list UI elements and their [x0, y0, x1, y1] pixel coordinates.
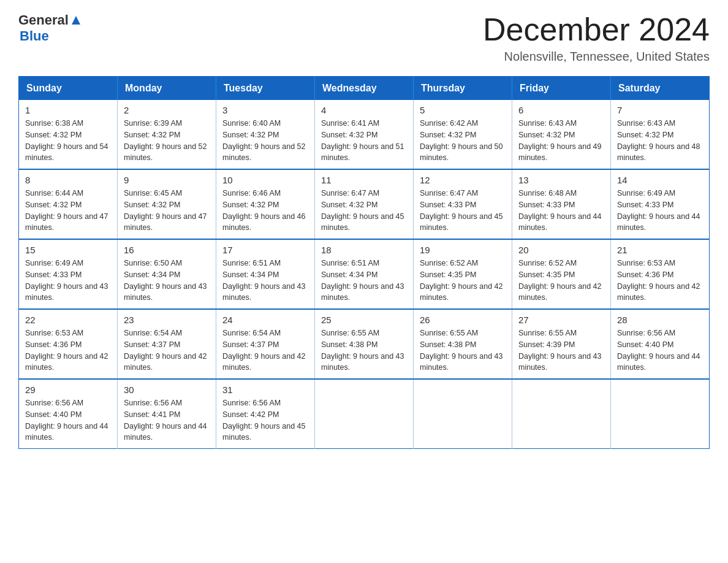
day-number: 2: [124, 105, 210, 115]
day-number: 9: [124, 175, 210, 185]
day-number: 14: [617, 175, 703, 185]
day-sun-info: Sunrise: 6:53 AMSunset: 4:36 PMDaylight:…: [617, 258, 703, 304]
day-number: 5: [420, 105, 506, 115]
day-sun-info: Sunrise: 6:54 AMSunset: 4:37 PMDaylight:…: [222, 327, 308, 373]
day-number: 29: [25, 385, 111, 395]
calendar-week-row: 1Sunrise: 6:38 AMSunset: 4:32 PMDaylight…: [19, 100, 710, 169]
day-number: 19: [420, 245, 506, 255]
day-number: 6: [518, 105, 604, 115]
calendar-cell: [414, 379, 512, 449]
logo-arrow-icon: [70, 15, 82, 26]
day-sun-info: Sunrise: 6:52 AMSunset: 4:35 PMDaylight:…: [420, 258, 506, 304]
day-number: 7: [617, 105, 703, 115]
calendar-cell: 31Sunrise: 6:56 AMSunset: 4:42 PMDayligh…: [216, 379, 315, 449]
calendar-day-header: Thursday: [414, 77, 512, 101]
calendar-cell: 7Sunrise: 6:43 AMSunset: 4:32 PMDaylight…: [611, 100, 710, 169]
calendar-cell: 2Sunrise: 6:39 AMSunset: 4:32 PMDaylight…: [118, 100, 216, 169]
day-sun-info: Sunrise: 6:55 AMSunset: 4:38 PMDaylight:…: [420, 327, 506, 373]
calendar-cell: 6Sunrise: 6:43 AMSunset: 4:32 PMDaylight…: [512, 100, 611, 169]
calendar-day-header: Saturday: [611, 77, 710, 101]
day-number: 15: [25, 245, 111, 255]
day-sun-info: Sunrise: 6:44 AMSunset: 4:32 PMDaylight:…: [25, 188, 111, 234]
calendar-week-row: 29Sunrise: 6:56 AMSunset: 4:40 PMDayligh…: [19, 379, 710, 449]
calendar-cell: 14Sunrise: 6:49 AMSunset: 4:33 PMDayligh…: [611, 169, 710, 239]
page-header: General Blue December 2024 Nolensville, …: [18, 12, 710, 64]
day-sun-info: Sunrise: 6:41 AMSunset: 4:32 PMDaylight:…: [321, 118, 407, 164]
calendar-day-header: Tuesday: [216, 77, 315, 101]
day-sun-info: Sunrise: 6:46 AMSunset: 4:32 PMDaylight:…: [222, 188, 308, 234]
day-sun-info: Sunrise: 6:43 AMSunset: 4:32 PMDaylight:…: [617, 118, 703, 164]
calendar-cell: 15Sunrise: 6:49 AMSunset: 4:33 PMDayligh…: [19, 239, 118, 309]
calendar-cell: 4Sunrise: 6:41 AMSunset: 4:32 PMDaylight…: [315, 100, 414, 169]
calendar-cell: 17Sunrise: 6:51 AMSunset: 4:34 PMDayligh…: [216, 239, 315, 309]
day-number: 13: [518, 175, 604, 185]
day-number: 4: [321, 105, 407, 115]
day-sun-info: Sunrise: 6:45 AMSunset: 4:32 PMDaylight:…: [124, 188, 210, 234]
day-number: 25: [321, 315, 407, 325]
day-number: 21: [617, 245, 703, 255]
day-sun-info: Sunrise: 6:53 AMSunset: 4:36 PMDaylight:…: [25, 327, 111, 373]
calendar-week-row: 15Sunrise: 6:49 AMSunset: 4:33 PMDayligh…: [19, 239, 710, 309]
day-number: 8: [25, 175, 111, 185]
day-sun-info: Sunrise: 6:38 AMSunset: 4:32 PMDaylight:…: [25, 118, 111, 164]
calendar-cell: 13Sunrise: 6:48 AMSunset: 4:33 PMDayligh…: [512, 169, 611, 239]
day-number: 23: [124, 315, 210, 325]
day-sun-info: Sunrise: 6:49 AMSunset: 4:33 PMDaylight:…: [617, 188, 703, 234]
calendar-cell: [315, 379, 414, 449]
calendar-cell: [512, 379, 611, 449]
calendar-cell: 24Sunrise: 6:54 AMSunset: 4:37 PMDayligh…: [216, 309, 315, 379]
calendar-week-row: 22Sunrise: 6:53 AMSunset: 4:36 PMDayligh…: [19, 309, 710, 379]
day-number: 20: [518, 245, 604, 255]
calendar-cell: 1Sunrise: 6:38 AMSunset: 4:32 PMDaylight…: [19, 100, 118, 169]
day-sun-info: Sunrise: 6:49 AMSunset: 4:33 PMDaylight:…: [25, 258, 111, 304]
page-subtitle: Nolensville, Tennessee, United States: [483, 50, 710, 64]
calendar-cell: [611, 379, 710, 449]
calendar-cell: 18Sunrise: 6:51 AMSunset: 4:34 PMDayligh…: [315, 239, 414, 309]
calendar-cell: 20Sunrise: 6:52 AMSunset: 4:35 PMDayligh…: [512, 239, 611, 309]
calendar-cell: 21Sunrise: 6:53 AMSunset: 4:36 PMDayligh…: [611, 239, 710, 309]
calendar-cell: 19Sunrise: 6:52 AMSunset: 4:35 PMDayligh…: [414, 239, 512, 309]
day-sun-info: Sunrise: 6:48 AMSunset: 4:33 PMDaylight:…: [518, 188, 604, 234]
day-sun-info: Sunrise: 6:47 AMSunset: 4:33 PMDaylight:…: [420, 188, 506, 234]
calendar-cell: 11Sunrise: 6:47 AMSunset: 4:32 PMDayligh…: [315, 169, 414, 239]
day-number: 10: [222, 175, 308, 185]
day-sun-info: Sunrise: 6:56 AMSunset: 4:40 PMDaylight:…: [25, 397, 111, 443]
title-area: December 2024 Nolensville, Tennessee, Un…: [483, 12, 710, 64]
day-sun-info: Sunrise: 6:56 AMSunset: 4:40 PMDaylight:…: [617, 327, 703, 373]
calendar-cell: 22Sunrise: 6:53 AMSunset: 4:36 PMDayligh…: [19, 309, 118, 379]
logo-blue-text: Blue: [20, 28, 82, 44]
day-number: 22: [25, 315, 111, 325]
day-sun-info: Sunrise: 6:51 AMSunset: 4:34 PMDaylight:…: [222, 258, 308, 304]
day-sun-info: Sunrise: 6:56 AMSunset: 4:41 PMDaylight:…: [124, 397, 210, 443]
day-sun-info: Sunrise: 6:40 AMSunset: 4:32 PMDaylight:…: [222, 118, 308, 164]
calendar-cell: 28Sunrise: 6:56 AMSunset: 4:40 PMDayligh…: [611, 309, 710, 379]
calendar-cell: 5Sunrise: 6:42 AMSunset: 4:32 PMDaylight…: [414, 100, 512, 169]
calendar-header-row: SundayMondayTuesdayWednesdayThursdayFrid…: [19, 77, 710, 101]
calendar-week-row: 8Sunrise: 6:44 AMSunset: 4:32 PMDaylight…: [19, 169, 710, 239]
calendar-day-header: Monday: [118, 77, 216, 101]
calendar-cell: 30Sunrise: 6:56 AMSunset: 4:41 PMDayligh…: [118, 379, 216, 449]
svg-marker-0: [72, 16, 80, 25]
day-sun-info: Sunrise: 6:54 AMSunset: 4:37 PMDaylight:…: [124, 327, 210, 373]
calendar-cell: 12Sunrise: 6:47 AMSunset: 4:33 PMDayligh…: [414, 169, 512, 239]
calendar-cell: 3Sunrise: 6:40 AMSunset: 4:32 PMDaylight…: [216, 100, 315, 169]
calendar-cell: 29Sunrise: 6:56 AMSunset: 4:40 PMDayligh…: [19, 379, 118, 449]
day-number: 12: [420, 175, 506, 185]
day-number: 16: [124, 245, 210, 255]
calendar-cell: 10Sunrise: 6:46 AMSunset: 4:32 PMDayligh…: [216, 169, 315, 239]
day-number: 26: [420, 315, 506, 325]
day-number: 28: [617, 315, 703, 325]
day-sun-info: Sunrise: 6:51 AMSunset: 4:34 PMDaylight:…: [321, 258, 407, 304]
day-sun-info: Sunrise: 6:55 AMSunset: 4:39 PMDaylight:…: [518, 327, 604, 373]
day-number: 31: [222, 385, 308, 395]
logo: General Blue: [18, 12, 82, 44]
day-sun-info: Sunrise: 6:52 AMSunset: 4:35 PMDaylight:…: [518, 258, 604, 304]
day-number: 1: [25, 105, 111, 115]
day-sun-info: Sunrise: 6:43 AMSunset: 4:32 PMDaylight:…: [518, 118, 604, 164]
day-number: 27: [518, 315, 604, 325]
calendar-cell: 27Sunrise: 6:55 AMSunset: 4:39 PMDayligh…: [512, 309, 611, 379]
day-sun-info: Sunrise: 6:39 AMSunset: 4:32 PMDaylight:…: [124, 118, 210, 164]
day-sun-info: Sunrise: 6:50 AMSunset: 4:34 PMDaylight:…: [124, 258, 210, 304]
day-sun-info: Sunrise: 6:42 AMSunset: 4:32 PMDaylight:…: [420, 118, 506, 164]
calendar-cell: 8Sunrise: 6:44 AMSunset: 4:32 PMDaylight…: [19, 169, 118, 239]
